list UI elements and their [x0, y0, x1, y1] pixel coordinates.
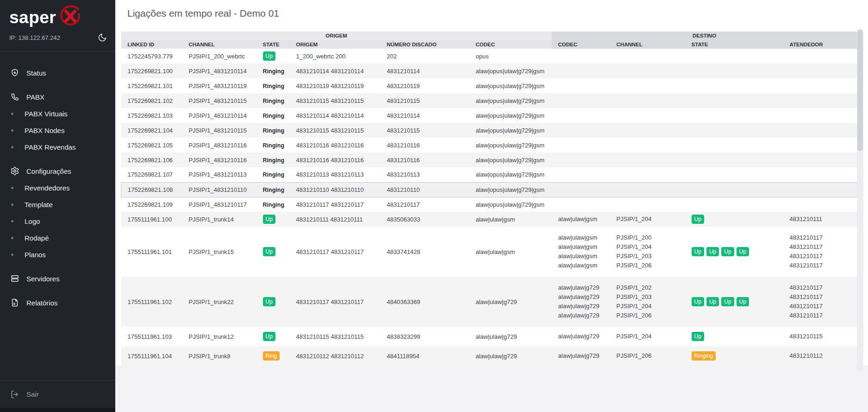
cell-dest-channel [610, 93, 685, 108]
sidebar-item-logo[interactable]: Logo [0, 213, 115, 229]
cell-dest-state: Up [685, 327, 783, 346]
cell-state: Ringing [256, 197, 290, 212]
table-row[interactable]: 1752269821.102PJSIP/1_4831210115Ringing4… [121, 93, 857, 108]
state-badge: Up [692, 297, 704, 306]
cell-origem: 4831210116 4831210116 [290, 152, 381, 167]
logo-text: saper [9, 9, 56, 26]
sidebar-item-label: Revendedores [25, 184, 70, 192]
cell-codec: alaw|opus|ulaw|g729|gsm [469, 78, 552, 93]
table-row[interactable]: 1752269821.103PJSIP/1_4831210114Ringing4… [121, 108, 857, 123]
cell-origem: 4831210117 4831210117 [290, 227, 381, 277]
cell-codec: alaw|opus|ulaw|g729|gsm [469, 182, 552, 197]
cell-linked-id: 1752269821.102 [121, 93, 182, 108]
cell-codec: alaw|ulaw|g729 [469, 327, 552, 346]
table-row[interactable]: 1755111961.103PJSIP/1_trunk12Up483121011… [121, 327, 857, 346]
cell-dest-codec [552, 63, 610, 78]
cell-origem: 1_200_webrtc 200 [290, 49, 381, 63]
bullet-icon [11, 220, 13, 222]
sidebar-item-template[interactable]: Template [0, 196, 115, 213]
state-text: Ringing [263, 202, 285, 208]
cell-origem: 4831210117 4831210117 [290, 277, 381, 327]
state-text: Ringing [263, 142, 285, 149]
table-row[interactable]: 1752269821.101PJSIP/1_4831210119Ringing4… [121, 78, 857, 93]
table-row[interactable]: 1752269821.106PJSIP/1_4831210116Ringing4… [121, 152, 857, 167]
cell-codec: alaw|ulaw|gsm [469, 212, 552, 227]
state-text: Ringing [263, 98, 285, 104]
sidebar-item-relatorios[interactable]: Relatórios [0, 294, 115, 311]
cell-codec: alaw|opus|ulaw|g729|gsm [469, 138, 552, 152]
table-row[interactable]: 1752269821.107PJSIP/1_4831210113Ringing4… [121, 167, 857, 182]
cell-codec: alaw|opus|ulaw|g729|gsm [469, 197, 552, 212]
cell-dest-state [685, 78, 783, 93]
cell-dest-channel [610, 78, 685, 93]
cell-dest-channel [610, 182, 685, 197]
scrollbar-thumb[interactable] [857, 30, 863, 151]
sidebar-item-status[interactable]: Status [0, 64, 115, 81]
sidebar-item-pabx-revendas[interactable]: PABX Revendas [0, 139, 115, 155]
state-badge: Up [263, 215, 275, 224]
cell-linked-id: 1752269821.108 [121, 182, 182, 197]
table-row[interactable]: 1755111961.100PJSIP/1_trunk14Up483121011… [121, 212, 857, 227]
sidebar-item-revendedores[interactable]: Revendedores [0, 179, 115, 196]
table-row[interactable]: 1752245793.779PJSIP/1_200_webrtcUp1_200_… [121, 49, 857, 63]
cell-dest-channel: PJSIP/1_204 [610, 327, 685, 346]
cell-codec: alaw|opus|ulaw|g729|gsm [469, 167, 552, 182]
sidebar-item-label: Planos [25, 251, 46, 259]
cell-codec: opus [469, 49, 552, 63]
cell-state: Ring [256, 346, 290, 366]
state-text: Ringing [263, 113, 285, 119]
sidebar-item-planos[interactable]: Planos [0, 246, 115, 263]
cell-channel: PJSIP/1_trunk22 [182, 277, 256, 327]
table-row[interactable]: 1752269821.109PJSIP/1_4831210117Ringing4… [121, 197, 857, 212]
sidebar-item-servidores[interactable]: Servidores [0, 270, 115, 287]
sidebar-item-configuracoes[interactable]: Configurações [0, 163, 115, 179]
sidebar: saper IP: 138.122.67.242 StatusPABXPABX … [0, 0, 115, 412]
dest-state-badges: UpUpUpUp [692, 297, 781, 306]
cell-atendedor: 4831210111 [783, 212, 857, 227]
sidebar-item-sair[interactable]: Sair [0, 380, 115, 408]
cell-origem: 4831210116 4831210116 [290, 138, 381, 152]
state-text: Ringing [263, 127, 285, 134]
table-row[interactable]: 1755111961.102PJSIP/1_trunk22Up483121011… [121, 277, 857, 327]
cell-dest-channel: PJSIP/1_206 [610, 346, 685, 366]
cell-numero-discado: 4835063033 [381, 212, 469, 227]
cell-codec: alaw|opus|ulaw|g729|gsm [469, 93, 552, 108]
cell-linked-id: 1755111961.104 [121, 346, 182, 366]
sidebar-item-pabx-nodes[interactable]: PABX Nodes [0, 122, 115, 139]
cell-dest-state: Up [685, 212, 783, 227]
cell-linked-id: 1755111961.100 [121, 212, 182, 227]
cell-dest-state: UpUpUpUp [685, 227, 783, 277]
cell-atendedor [783, 138, 857, 152]
sidebar-nav: StatusPABXPABX VirtuaisPABX NodesPABX Re… [0, 51, 115, 380]
cell-state: Ringing [256, 182, 290, 197]
cell-dest-codec [552, 167, 610, 182]
cell-dest-state [685, 108, 783, 123]
bullet-icon [11, 129, 13, 132]
cell-state: Ringing [256, 152, 290, 167]
cell-channel: PJSIP/1_4831210116 [182, 138, 256, 152]
table-row[interactable]: 1755111961.104PJSIP/1_trunk8Ring48312101… [121, 346, 857, 366]
cell-state: Up [256, 327, 290, 346]
cell-channel: PJSIP/1_trunk8 [182, 346, 256, 366]
dark-mode-toggle[interactable] [98, 33, 107, 42]
table-row[interactable]: 1752269821.105PJSIP/1_4831210116Ringing4… [121, 138, 857, 152]
cell-atendedor [783, 197, 857, 212]
logo: saper [0, 0, 115, 28]
sidebar-item-pabx-virtuais[interactable]: PABX Virtuais [0, 105, 115, 122]
cell-channel: PJSIP/1_4831210115 [182, 123, 256, 138]
cell-origem: 4831210113 4831210113 [290, 167, 381, 182]
cell-atendedor [783, 63, 857, 78]
vertical-scrollbar[interactable] [857, 29, 863, 372]
table-row[interactable]: 1752269821.104PJSIP/1_4831210115Ringing4… [121, 123, 857, 138]
state-badge: Up [263, 247, 275, 256]
sidebar-item-pabx[interactable]: PABX [0, 89, 115, 105]
bullet-icon [11, 237, 13, 239]
table-row[interactable]: 1752269821.108PJSIP/1_4831210110Ringing4… [121, 182, 857, 197]
column-header: CODEC [552, 40, 610, 49]
table-row[interactable]: 1752269821.100PJSIP/1_4831210114Ringing4… [121, 63, 857, 78]
cell-dest-state [685, 93, 783, 108]
cell-dest-codec [552, 78, 610, 93]
sidebar-item-rodape[interactable]: Rodapé [0, 229, 115, 246]
table-row[interactable]: 1755111961.101PJSIP/1_trunk15Up483121011… [121, 227, 857, 277]
state-badge: Up [263, 332, 275, 341]
